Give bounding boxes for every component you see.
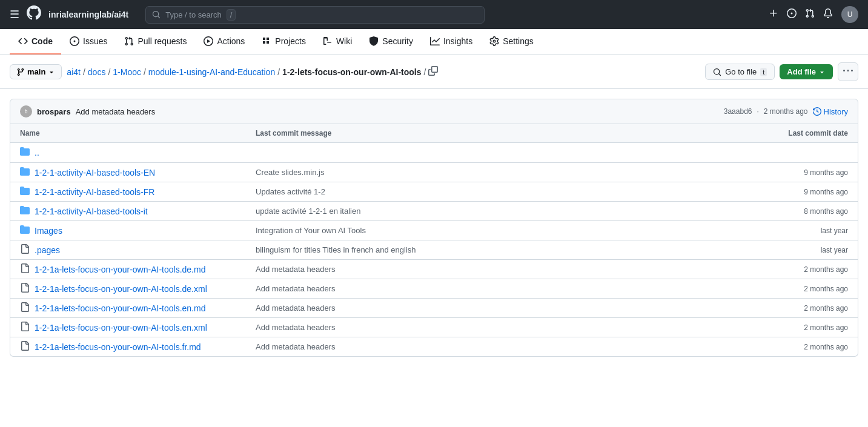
file-link[interactable]: 1-2-1-activity-AI-based-tools-EN [35,168,155,177]
commit-separator: · [757,107,758,116]
tab-settings[interactable]: Settings [481,29,542,55]
file-commit-date: 2 months ago [727,323,848,332]
file-commit-date: last year [727,227,848,235]
breadcrumb-docs[interactable]: docs [88,67,106,77]
tab-projects-label: Projects [275,36,306,46]
table-row: Images Integration of Your own AI Tools … [10,221,858,240]
file-icon [20,244,30,256]
file-commit-date: 2 months ago [727,265,848,274]
table-row: 1-2-1-activity-AI-based-tools-it update … [10,202,858,221]
table-row: 1-2-1a-lets-focus-on-your-own-AI-tools.f… [10,337,858,356]
file-link[interactable]: 1-2-1a-lets-focus-on-your-own-AI-tools.d… [35,284,207,294]
file-name-cell: .pages [20,244,256,256]
breadcrumb-1mooc[interactable]: 1-Mooc [113,67,141,77]
file-link[interactable]: 1-2-1a-lets-focus-on-your-own-AI-tools.d… [35,265,205,274]
issue-icon[interactable] [787,8,797,21]
col-commit-date: Last commit date [727,129,848,137]
commit-hash[interactable]: 3aaabd6 [724,107,752,116]
col-commit-message: Last commit message [256,129,727,137]
breadcrumb: ai4t / docs / 1-Mooc / module-1-using-AI… [67,66,700,78]
plus-icon[interactable] [769,8,778,21]
pr-icon[interactable] [805,8,815,21]
tab-wiki[interactable]: Wiki [314,29,360,55]
branch-selector[interactable]: main [10,64,62,79]
avatar[interactable]: U [841,6,858,23]
file-commit-msg: Create slides.min.js [256,168,727,177]
file-name-cell: Images [20,225,256,236]
branch-name: main [27,67,45,76]
tab-projects[interactable]: Projects [253,29,314,55]
tab-insights-label: Insights [443,36,472,46]
file-commit-date: 2 months ago [727,343,848,351]
file-dotdot-link[interactable]: .. [35,148,39,157]
commit-author[interactable]: brospars [37,107,71,116]
file-name-cell: 1-2-1-activity-AI-based-tools-EN [20,167,256,178]
copy-path-button[interactable] [428,66,438,78]
file-name-dotdot: .. [20,147,256,159]
table-row: 1-2-1-activity-AI-based-tools-FR Updates… [10,182,858,202]
tab-issues[interactable]: Issues [61,29,116,55]
file-commit-msg: Updates activité 1-2 [256,187,727,196]
commit-author-avatar: b [20,105,32,118]
tab-pull-requests[interactable]: Pull requests [116,29,195,55]
tab-security[interactable]: Security [360,29,422,55]
table-row: 1-2-1-activity-AI-based-tools-EN Create … [10,163,858,182]
breadcrumb-actions: Go to file t Add file [705,62,858,81]
tab-actions-label: Actions [217,36,245,46]
file-link[interactable]: Images [35,226,62,236]
hamburger-icon[interactable]: ☰ [10,8,19,21]
file-name-cell: 1-2-1a-lets-focus-on-your-own-AI-tools.e… [20,302,256,314]
commit-time: 2 months ago [764,107,808,116]
file-name-cell: 1-2-1a-lets-focus-on-your-own-AI-tools.e… [20,322,256,333]
file-link[interactable]: 1-2-1a-lets-focus-on-your-own-AI-tools.e… [35,303,205,313]
history-link[interactable]: History [813,107,848,116]
breadcrumb-module1[interactable]: module-1-using-AI-and-Education [148,67,275,77]
tab-insights[interactable]: Insights [422,29,481,55]
tab-settings-label: Settings [503,36,534,46]
file-name-cell: 1-2-1-activity-AI-based-tools-it [20,205,256,217]
file-link[interactable]: 1-2-1-activity-AI-based-tools-FR [35,187,154,197]
folder-icon [20,186,30,197]
table-row: .. [10,143,858,163]
file-commit-date: 9 months ago [727,188,848,196]
breadcrumb-ai4t[interactable]: ai4t [67,67,81,77]
file-commit-date: 2 months ago [727,285,848,293]
file-link[interactable]: 1-2-1a-lets-focus-on-your-own-AI-tools.e… [35,323,207,333]
tab-code-label: Code [31,36,53,46]
tab-issues-label: Issues [83,36,107,46]
github-logo [27,5,41,24]
breadcrumb-area: main ai4t / docs / 1-Mooc / module-1-usi… [0,55,868,89]
folder-icon [20,167,30,178]
file-commit-date: 2 months ago [727,304,848,313]
search-box[interactable]: Type / to search / [145,6,485,24]
file-link[interactable]: .pages [35,245,60,255]
file-link[interactable]: 1-2-1a-lets-focus-on-your-own-AI-tools.f… [35,342,201,352]
go-to-file-label: Go to file [725,67,757,76]
search-kbd: / [227,9,236,21]
file-name-cell: 1-2-1a-lets-focus-on-your-own-AI-tools.d… [20,283,256,294]
file-commit-msg: bilinguism for titles Titles in french a… [256,245,727,254]
repo-name[interactable]: inrialearninglab/ai4t [48,10,128,19]
file-commit-msg: Add metadata headers [256,323,727,332]
tab-code[interactable]: Code [10,29,61,55]
breadcrumb-current: 1-2-lets-focus-on-our-own-AI-tools [282,67,421,77]
table-row: .pages bilinguism for titles Titles in f… [10,240,858,260]
inbox-icon[interactable] [823,8,833,21]
file-commit-msg: Add metadata headers [256,342,727,351]
file-link[interactable]: 1-2-1-activity-AI-based-tools-it [35,207,148,216]
tab-actions[interactable]: Actions [195,29,253,55]
file-commit-date: 9 months ago [727,168,848,177]
file-name-cell: 1-2-1a-lets-focus-on-your-own-AI-tools.f… [20,341,256,353]
go-to-file-button[interactable]: Go to file t [705,64,775,80]
commit-bar: b brospars Add metadata headers 3aaabd6 … [10,99,858,124]
file-name-cell: 1-2-1-activity-AI-based-tools-FR [20,186,256,197]
table-row: 1-2-1a-lets-focus-on-your-own-AI-tools.e… [10,318,858,337]
table-row: 1-2-1a-lets-focus-on-your-own-AI-tools.e… [10,299,858,318]
file-icon [20,341,30,353]
repo-nav: Code Issues Pull requests Actions Projec… [0,29,868,55]
file-commit-date: last year [727,246,848,254]
add-file-button[interactable]: Add file [780,64,833,79]
file-commit-msg: Add metadata headers [256,265,727,274]
add-file-label: Add file [787,67,816,76]
more-options-button[interactable] [838,62,858,81]
